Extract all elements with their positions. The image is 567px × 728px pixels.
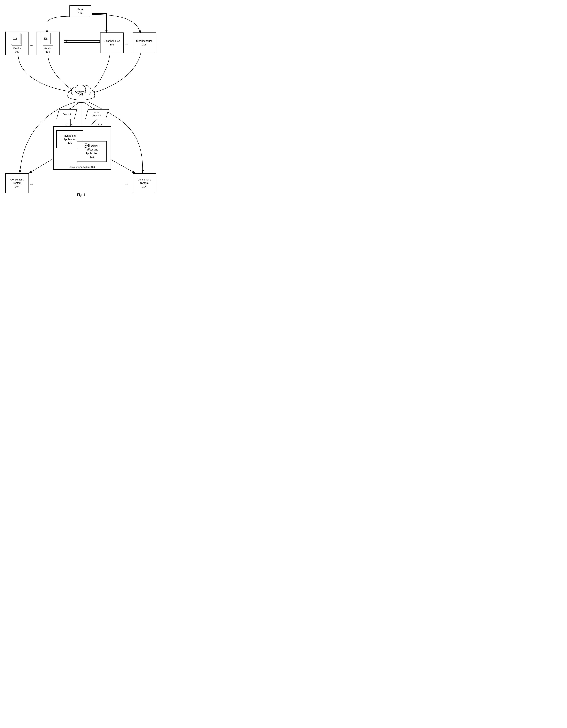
vendor1-stack-label: 118 [13, 37, 17, 40]
vendor2-stack-label: 118 [44, 37, 47, 40]
vendor1-box: 118 Vendor 102 [5, 32, 29, 55]
audit-records-shape: AuditRecords [85, 109, 109, 119]
ellipsis-clearinghouses: ... [125, 42, 129, 46]
consumers-system-left-label: Consumer'sSystem [10, 178, 24, 185]
bank-id: 114 [78, 11, 82, 15]
content-shape: Content [56, 109, 77, 119]
consumers-system-right-label: Consumer'sSystem [138, 178, 151, 185]
svg-text:↘ 122: ↘ 122 [95, 123, 102, 126]
vendor2-label: Vendor [44, 47, 52, 50]
vendor2-box: 118 Vendor 102 [36, 32, 60, 55]
ellipsis-consumers-left: ... [30, 181, 33, 186]
content-label: Content [63, 113, 71, 115]
clearinghouse1-label: Clearinghouse [104, 39, 120, 43]
consumers-system-right-box: Consumer'sSystem 104 [133, 173, 156, 193]
bank-box: Bank 114 [69, 5, 91, 17]
clearinghouse2-box: Clearinghouse 106 [133, 32, 156, 53]
diagram: ↙ 118 ↘ 122 Bank 114 118 Vendor 102 ... [0, 0, 162, 199]
network-cloud: Network 108 [64, 79, 98, 105]
ellipsis-top-vendors: ... [30, 42, 33, 47]
clearinghouse1-box: Clearinghouse 106 [100, 32, 124, 53]
audit-records-label: AuditRecords [93, 111, 101, 117]
ellipsis-consumers-right: ... [125, 181, 129, 186]
bank-label: Bank [77, 8, 83, 11]
clearinghouse2-label: Clearinghouse [136, 39, 153, 43]
consumers-system-center-label: Consumer's System 104 [54, 166, 111, 168]
svg-text:↙ 118: ↙ 118 [66, 123, 72, 126]
consumers-system-left-box: Consumer'sSystem 104 [5, 173, 29, 193]
figure-label: Fig. 1 [0, 193, 162, 197]
vendor1-label: Vendor [13, 47, 21, 50]
consumers-system-center-box: RenderingApplication 110 TransactionProc… [53, 126, 111, 170]
network-label: Network [64, 90, 98, 93]
